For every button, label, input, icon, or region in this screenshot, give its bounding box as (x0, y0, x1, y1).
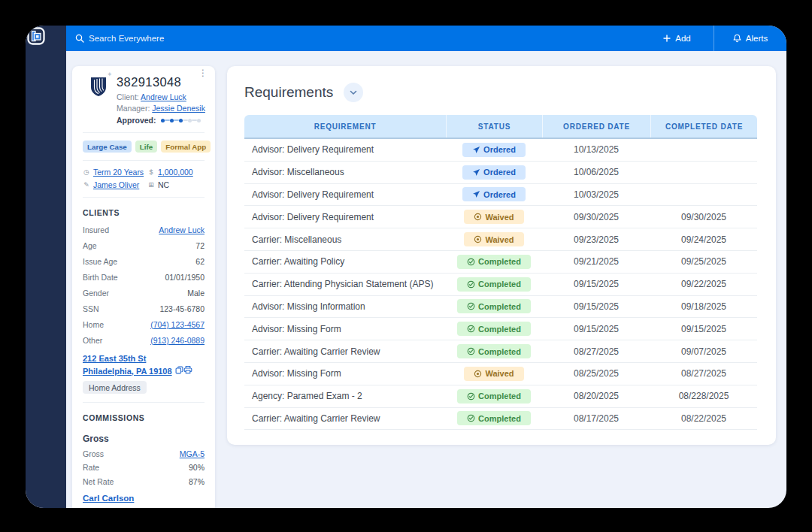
table-row: Carrier: Awaiting Carrier ReviewComplete… (244, 408, 757, 431)
policy-term: ◷Term 20 Years (83, 168, 147, 177)
field-row: Net Rate87% (83, 477, 205, 486)
status-badge: Ordered (462, 143, 526, 157)
sparkle-icon: ✦ (107, 71, 113, 78)
commissions-section: COMMISSIONS Gross GrossMGA-5Rate90%Net R… (83, 402, 205, 503)
manager-link[interactable]: Jessie Denesik (152, 104, 205, 113)
table-row: Carrier: Attending Physician Statement (… (244, 274, 757, 296)
policy-state-value: NC (158, 180, 169, 189)
field-label: Net Rate (83, 477, 114, 486)
policy-amount: $1,000,000 (147, 168, 205, 177)
field-row: Age72 (83, 241, 205, 250)
field-row: GenderMale (83, 289, 205, 298)
completed-date-cell: 09/25/2025 (650, 256, 757, 267)
field-value[interactable]: MGA-5 (180, 449, 205, 458)
column-header[interactable]: COMPLETED DATE (650, 115, 757, 138)
field-label: Home (83, 320, 104, 329)
column-header[interactable]: REQUIREMENT (244, 115, 446, 138)
column-header[interactable]: ORDERED DATE (542, 115, 650, 138)
progress-dash (174, 119, 179, 121)
requirement-cell: Advisor: Delivery Requirement (244, 212, 446, 222)
requirements-table-body: Advisor: Delivery RequirementOrdered10/1… (244, 139, 757, 430)
completed-date-cell: 09/18/2025 (650, 301, 757, 312)
field-label: Birth Date (83, 273, 118, 282)
ordered-date-cell: 08/17/2025 (542, 413, 650, 424)
status-badge: Waived (464, 232, 523, 246)
column-header[interactable]: STATUS (446, 115, 542, 138)
side-nav (26, 26, 66, 508)
field-value: 62 (195, 257, 205, 266)
check-circle-icon (467, 392, 475, 401)
field-value: 123-45-6780 (159, 304, 205, 313)
alerts-button-label: Alerts (746, 34, 768, 43)
target-icon (474, 370, 482, 378)
policy-amount-link[interactable]: 1,000,000 (158, 168, 193, 177)
commission-agent-link[interactable]: Carl Carlson (83, 494, 134, 503)
search-input[interactable]: Search Everywhere (66, 34, 641, 43)
status-badge-label: Ordered (483, 168, 516, 177)
requirement-cell: Advisor: Miscellaneous (244, 167, 446, 177)
check-circle-icon (467, 347, 475, 355)
commissions-heading: COMMISSIONS (83, 403, 205, 424)
requirement-cell: Carrier: Awaiting Policy (244, 256, 446, 267)
completed-date-cell: 09/30/2025 (650, 212, 757, 222)
dollar-icon: $ (147, 168, 155, 176)
send-icon (472, 190, 480, 198)
completed-date-cell: 08/22/2025 (650, 413, 757, 424)
field-label: Gender (83, 289, 109, 298)
check-circle-icon (467, 325, 475, 333)
policy-state: ⊞NC (147, 180, 205, 189)
policy-term-link[interactable]: Term 20 Years (93, 168, 144, 177)
requirements-collapse-button[interactable] (344, 83, 363, 102)
product-icon: ◷ (83, 168, 90, 176)
check-circle-icon (467, 414, 475, 422)
completed-date-cell: 09/07/2025 (650, 346, 757, 357)
requirements-title: Requirements (244, 84, 333, 101)
address-link[interactable]: 212 East 35th StPhiladelphia, PA 19108 (83, 354, 172, 376)
status-badge-label: Completed (478, 302, 521, 311)
field-value[interactable]: Andrew Luck (159, 225, 205, 234)
address-type-tag: Home Address (83, 381, 147, 394)
status-badge-label: Waived (485, 213, 514, 222)
status-cell: Completed (446, 411, 542, 425)
case-tag: Large Case (83, 141, 132, 153)
field-value[interactable]: (913) 246-0889 (150, 336, 205, 345)
table-row: Advisor: Delivery RequirementOrdered10/1… (244, 139, 757, 162)
requirement-cell: Carrier: Awaiting Carrier Review (244, 346, 446, 357)
field-row: Home(704) 123-4567 (83, 320, 205, 329)
status-badge: Completed (457, 277, 531, 292)
field-value[interactable]: (704) 123-4567 (150, 320, 205, 329)
table-row: Advisor: Missing FormCompleted09/15/2025… (244, 318, 757, 340)
print-icon[interactable] (183, 365, 192, 374)
table-row: Advisor: MiscellaneousOrdered10/06/2025 (244, 162, 757, 184)
case-tag: Life (135, 141, 157, 153)
status-badge: Waived (464, 210, 523, 224)
progress-dot (197, 119, 201, 122)
field-label: Issue Age (83, 257, 117, 266)
progress-dot (188, 119, 192, 122)
target-icon (474, 235, 482, 243)
ordered-date-cell: 09/30/2025 (542, 212, 650, 222)
app-logo-icon[interactable] (26, 26, 47, 47)
alerts-button[interactable]: Alerts (714, 26, 786, 51)
requirement-cell: Advisor: Delivery Requirement (244, 189, 446, 200)
status-cell: Completed (446, 344, 542, 358)
status-cell: Completed (446, 277, 542, 292)
ordered-date-cell: 10/13/2025 (542, 144, 650, 155)
field-row: GrossMGA-5 (83, 449, 205, 458)
case-menu-button[interactable]: ⋮ (198, 69, 208, 77)
status-badge-label: Completed (478, 280, 521, 289)
send-icon (472, 168, 480, 177)
completed-date-cell: 09/15/2025 (650, 324, 757, 334)
ordered-date-cell: 09/23/2025 (542, 234, 650, 245)
policy-agent: ✎James Oliver (83, 180, 147, 189)
policy-agent-link[interactable]: James Oliver (93, 180, 139, 189)
status-cell: Completed (446, 299, 542, 313)
case-tags: Large CaseLifeFormal App (83, 132, 205, 160)
requirement-cell: Advisor: Missing Form (244, 324, 446, 334)
copy-icon[interactable] (175, 366, 183, 374)
table-row: Advisor: Delivery RequirementWaived09/30… (244, 206, 757, 228)
add-button[interactable]: Add (641, 26, 714, 51)
target-icon (474, 213, 482, 221)
client-link[interactable]: Andrew Luck (141, 92, 186, 101)
status-cell: Ordered (446, 187, 542, 201)
